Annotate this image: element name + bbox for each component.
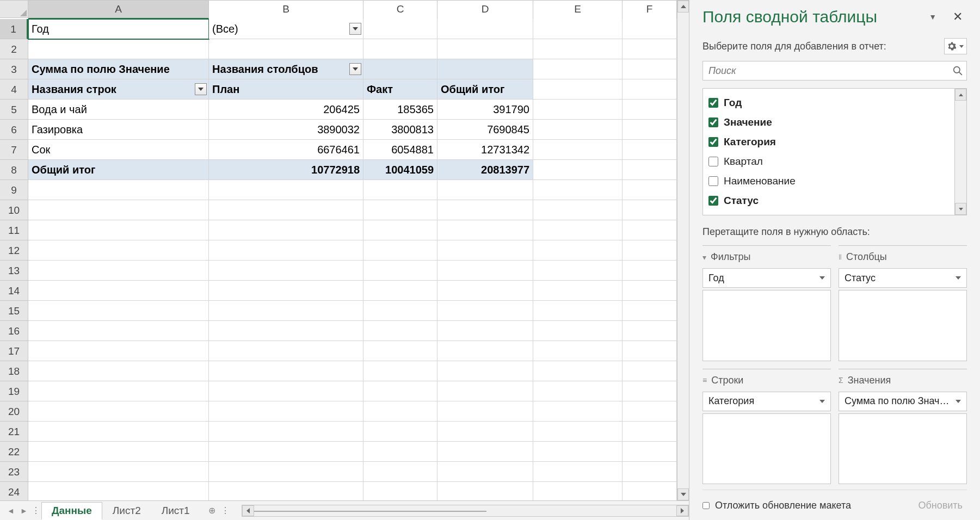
cell-C15[interactable] bbox=[363, 301, 437, 321]
cell-C18[interactable] bbox=[363, 361, 437, 381]
field-chip-rows-0[interactable]: Категория bbox=[702, 392, 831, 411]
area-values-drop[interactable] bbox=[839, 413, 967, 485]
cell-A24[interactable] bbox=[28, 482, 209, 500]
cell-E21[interactable] bbox=[533, 422, 622, 442]
cell-C20[interactable] bbox=[363, 401, 437, 422]
sheet-tab-Лист1[interactable]: Лист1 bbox=[151, 502, 200, 519]
cell-D14[interactable] bbox=[437, 281, 533, 301]
cell-A21[interactable] bbox=[28, 422, 209, 442]
cell-B2[interactable] bbox=[209, 39, 363, 59]
column-header-B[interactable]: B bbox=[209, 1, 363, 19]
field-checkbox-Категория[interactable] bbox=[708, 137, 718, 147]
cell-B21[interactable] bbox=[209, 422, 363, 442]
cell-E1[interactable] bbox=[533, 19, 622, 39]
row-header-3[interactable]: 3 bbox=[0, 59, 28, 79]
cell-B17[interactable] bbox=[209, 341, 363, 361]
cell-F19[interactable] bbox=[622, 381, 677, 401]
cell-A23[interactable] bbox=[28, 462, 209, 482]
horizontal-scrollbar[interactable] bbox=[242, 505, 689, 517]
area-filters-drop[interactable] bbox=[702, 290, 831, 361]
cell-F10[interactable] bbox=[622, 200, 677, 220]
cell-C6[interactable]: 3800813 bbox=[363, 120, 437, 140]
column-header-E[interactable]: E bbox=[533, 1, 622, 19]
cell-C5[interactable]: 185365 bbox=[363, 100, 437, 120]
cell-D12[interactable] bbox=[437, 240, 533, 261]
cell-D13[interactable] bbox=[437, 261, 533, 281]
cell-E16[interactable] bbox=[533, 321, 622, 341]
cell-D19[interactable] bbox=[437, 381, 533, 401]
area-columns[interactable]: ⦀Столбцы Статус bbox=[839, 245, 967, 361]
dropdown-icon[interactable] bbox=[349, 63, 361, 75]
tab-split[interactable]: ⋮ bbox=[220, 505, 231, 516]
column-header-A[interactable]: A bbox=[28, 1, 209, 19]
cell-E17[interactable] bbox=[533, 341, 622, 361]
cell-F23[interactable] bbox=[622, 462, 677, 482]
sheet-tab-Лист2[interactable]: Лист2 bbox=[102, 502, 151, 519]
cell-C11[interactable] bbox=[363, 220, 437, 240]
field-chip-columns-0[interactable]: Статус bbox=[839, 268, 967, 288]
cell-E10[interactable] bbox=[533, 200, 622, 220]
cell-C8[interactable]: 10041059 bbox=[363, 160, 437, 180]
row-header-18[interactable]: 18 bbox=[0, 361, 28, 381]
area-rows[interactable]: ≡Строки Категория bbox=[702, 369, 831, 485]
field-chip-values-0[interactable]: Сумма по полю Знач… bbox=[839, 392, 967, 411]
cell-F11[interactable] bbox=[622, 220, 677, 240]
cell-E2[interactable] bbox=[533, 39, 622, 59]
cell-B10[interactable] bbox=[209, 200, 363, 220]
cell-C19[interactable] bbox=[363, 381, 437, 401]
cell-A10[interactable] bbox=[28, 200, 209, 220]
defer-update-input[interactable] bbox=[702, 502, 710, 509]
cells-area[interactable]: Год(Все)Сумма по полю ЗначениеНазвания с… bbox=[28, 19, 677, 500]
cell-D6[interactable]: 7690845 bbox=[437, 120, 533, 140]
cell-E13[interactable] bbox=[533, 261, 622, 281]
cell-B23[interactable] bbox=[209, 462, 363, 482]
field-Наименование[interactable]: Наименование bbox=[706, 171, 963, 191]
column-header-C[interactable]: C bbox=[363, 1, 437, 19]
cell-C1[interactable] bbox=[363, 19, 437, 39]
cell-F9[interactable] bbox=[622, 180, 677, 200]
cell-C2[interactable] bbox=[363, 39, 437, 59]
cell-B20[interactable] bbox=[209, 401, 363, 422]
row-header-21[interactable]: 21 bbox=[0, 422, 28, 442]
cell-A20[interactable] bbox=[28, 401, 209, 422]
cell-D18[interactable] bbox=[437, 361, 533, 381]
cell-C3[interactable] bbox=[363, 59, 437, 79]
row-header-16[interactable]: 16 bbox=[0, 321, 28, 341]
field-Значение[interactable]: Значение bbox=[706, 113, 963, 132]
cell-C13[interactable] bbox=[363, 261, 437, 281]
cell-F7[interactable] bbox=[622, 140, 677, 160]
cell-C14[interactable] bbox=[363, 281, 437, 301]
hscroll-left-icon[interactable] bbox=[242, 505, 254, 516]
row-header-12[interactable]: 12 bbox=[0, 240, 28, 261]
cell-C9[interactable] bbox=[363, 180, 437, 200]
row-header-20[interactable]: 20 bbox=[0, 401, 28, 422]
dropdown-icon[interactable] bbox=[195, 83, 207, 95]
cell-A15[interactable] bbox=[28, 301, 209, 321]
cell-E11[interactable] bbox=[533, 220, 622, 240]
cell-A22[interactable] bbox=[28, 442, 209, 462]
cell-E8[interactable] bbox=[533, 160, 622, 180]
cell-E20[interactable] bbox=[533, 401, 622, 422]
row-header-9[interactable]: 9 bbox=[0, 180, 28, 200]
fieldlist-scroll-down-icon[interactable] bbox=[955, 203, 966, 215]
field-Квартал[interactable]: Квартал bbox=[706, 152, 963, 171]
cell-F13[interactable] bbox=[622, 261, 677, 281]
cell-F24[interactable] bbox=[622, 482, 677, 500]
cell-F17[interactable] bbox=[622, 341, 677, 361]
cell-A18[interactable] bbox=[28, 361, 209, 381]
cell-F21[interactable] bbox=[622, 422, 677, 442]
row-header-10[interactable]: 10 bbox=[0, 200, 28, 220]
pivot-filter-value[interactable]: (Все) bbox=[209, 19, 363, 39]
cell-F16[interactable] bbox=[622, 321, 677, 341]
cell-F6[interactable] bbox=[622, 120, 677, 140]
cell-B5[interactable]: 206425 bbox=[209, 100, 363, 120]
row-header-22[interactable]: 22 bbox=[0, 442, 28, 462]
row-header-7[interactable]: 7 bbox=[0, 140, 28, 160]
cell-B18[interactable] bbox=[209, 361, 363, 381]
cell-E6[interactable] bbox=[533, 120, 622, 140]
cell-D3[interactable] bbox=[437, 59, 533, 79]
cell-F4[interactable] bbox=[622, 79, 677, 100]
cell-B11[interactable] bbox=[209, 220, 363, 240]
cell-C7[interactable]: 6054881 bbox=[363, 140, 437, 160]
cell-C24[interactable] bbox=[363, 482, 437, 500]
